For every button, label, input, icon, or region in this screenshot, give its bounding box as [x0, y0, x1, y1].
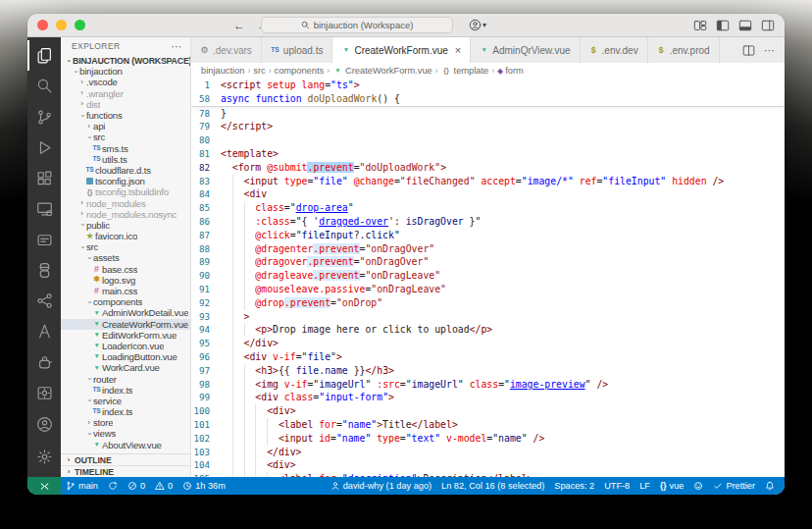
activity-extension-kettle[interactable] — [27, 347, 61, 378]
breadcrumb-binjauction[interactable]: binjauction — [201, 66, 244, 76]
tab-createworkform-vue[interactable]: ▼CreateWorkForm.vue× — [332, 37, 471, 63]
tree-item-public[interactable]: ›public — [61, 220, 190, 231]
back-icon[interactable]: ← — [233, 19, 245, 32]
tree-item-workcard-vue[interactable]: ▼WorkCard.vue — [61, 362, 190, 373]
activity-source-control[interactable] — [27, 102, 61, 132]
code-line-96[interactable]: 96<div v-if="file"> — [191, 350, 785, 364]
toggle-primary-sidebar-icon[interactable] — [716, 19, 730, 32]
tree-item-cloudflare-d-ts[interactable]: TScloudflare.d.ts — [61, 165, 190, 176]
tree-item-views[interactable]: ›views — [61, 428, 190, 439]
activity-extension-a[interactable] — [27, 316, 61, 346]
tab-upload-ts[interactable]: TSupload.ts — [262, 37, 333, 63]
close-window-button[interactable] — [37, 20, 48, 30]
activity-remote-explorer[interactable] — [27, 193, 61, 224]
status-notifications[interactable] — [760, 481, 780, 491]
command-center[interactable]: binjauction (Workspace) — [261, 17, 453, 33]
breadcrumb-form[interactable]: ◈form — [497, 66, 524, 76]
tree-item-store[interactable]: ›store — [61, 417, 190, 428]
activity-explorer[interactable] — [27, 40, 61, 71]
activity-project-manager[interactable] — [27, 286, 61, 316]
tree-item-dist[interactable]: ›dist — [61, 99, 190, 110]
activity-search[interactable] — [27, 71, 61, 101]
status-eol[interactable]: LF — [634, 481, 655, 491]
tree-item-utils-ts[interactable]: TSutils.ts — [61, 154, 190, 165]
tree-item-binjauction-workspace[interactable]: ›BINJAUCTION (WORKSPACE) — [61, 55, 190, 66]
tree-item-src[interactable]: ›src — [61, 241, 190, 252]
status-language-mode[interactable]: {}vue — [655, 481, 688, 491]
code-line-90[interactable]: 90@dragleave.prevent="onDragLeave" — [191, 269, 785, 283]
breadcrumb-src[interactable]: src — [253, 66, 265, 76]
code-line-89[interactable]: 89@dragover.prevent="onDragOver" — [191, 255, 785, 269]
code-line-82[interactable]: 82<form @submit.prevent="doUploadWork"> — [191, 161, 785, 175]
code-line-99[interactable]: 99<div class="input-form"> — [191, 391, 785, 404]
code-line-103[interactable]: 103</div> — [191, 446, 785, 459]
tree-item-tsconfig-tsbuildinfo[interactable]: {}tsconfig.tsbuildinfo — [61, 186, 190, 197]
code-line-80[interactable]: 80 — [191, 133, 785, 147]
status-git-blame[interactable]: david-why (1 day ago) — [326, 481, 436, 491]
code-line-94[interactable]: 94<p>Drop image here or click to upload<… — [191, 323, 785, 337]
code-line-83[interactable]: 83<input type="file" @change="fileChange… — [191, 175, 785, 188]
code-line-93[interactable]: 93> — [191, 310, 785, 324]
code-line-85[interactable]: 85class="drop-area" — [191, 201, 785, 215]
tree-item-loadingbutton-vue[interactable]: ▼LoadingButton.vue — [61, 351, 190, 362]
tree-item-favicon-ico[interactable]: ★favicon.ico — [61, 231, 190, 241]
tree-item-api[interactable]: ›api — [61, 121, 190, 132]
code-line-58[interactable]: 58async function doUploadWork() { — [191, 92, 785, 106]
breadcrumb-template[interactable]: {}template — [441, 66, 489, 76]
status-warnings[interactable]: 0 — [150, 477, 178, 495]
status-errors[interactable]: 0 — [123, 477, 150, 495]
more-actions-icon[interactable]: ⋯ — [172, 40, 182, 53]
tree-item-loadericon-vue[interactable]: ▼LoaderIcon.vue — [61, 341, 190, 351]
tree-item-service[interactable]: ›service — [61, 396, 190, 406]
code-line-91[interactable]: 91@mouseleave.passive="onDragLeave" — [191, 283, 785, 296]
minimize-window-button[interactable] — [56, 20, 67, 30]
tree-item-aboutview-vue[interactable]: ▼AboutView.vue — [61, 440, 190, 450]
activity-settings[interactable] — [27, 441, 61, 473]
activity-extension-box-gear[interactable] — [27, 378, 61, 408]
code-line-100[interactable]: 100<div> — [191, 404, 785, 418]
tree-item-adminworkdetail-vue[interactable]: ▼AdminWorkDetail.vue — [61, 307, 190, 318]
outline-section[interactable]: › OUTLINE — [61, 453, 190, 465]
code-line-104[interactable]: 104<div> — [191, 458, 785, 472]
code-line-105[interactable]: 105<label for="description">Description<… — [191, 472, 785, 477]
tree-item-binjauction[interactable]: ›binjauction — [61, 66, 190, 77]
tree-item-tsconfig-json[interactable]: tsconfig.json — [61, 176, 190, 186]
account-menu[interactable]: ▾ — [469, 19, 486, 31]
tree-item-base-css[interactable]: #base.css — [61, 264, 190, 275]
code-line-102[interactable]: 102<input id="name" type="text" v-model=… — [191, 432, 785, 446]
code-line-81[interactable]: 81<template> — [191, 147, 785, 161]
status-branch[interactable]: main — [61, 477, 103, 495]
activity-extensions[interactable] — [27, 163, 61, 193]
status-encoding[interactable]: UTF-8 — [599, 481, 634, 491]
code-line-92[interactable]: 92@drop.prevent="onDrop" — [191, 296, 785, 310]
more-actions-icon[interactable]: ⋯ — [764, 44, 776, 57]
tree-item-node-modules-nosync[interactable]: ›node_modules.nosync — [61, 209, 190, 220]
status-remote-indicator[interactable] — [27, 477, 61, 495]
activity-python[interactable] — [27, 255, 61, 286]
code-line-79[interactable]: 79</script> — [191, 120, 785, 133]
code-editor[interactable]: 1<script setup lang="ts">58async functio… — [191, 79, 785, 477]
code-line-97[interactable]: 97<h3>{{ file.name }}</h3> — [191, 364, 785, 378]
activity-extension-card[interactable] — [27, 225, 61, 255]
tree-item-assets[interactable]: ›assets — [61, 252, 190, 263]
tree-item-src[interactable]: ›src — [61, 132, 190, 142]
tree-item-editworkform-vue[interactable]: ▼EditWorkForm.vue — [61, 330, 190, 341]
code-line-1[interactable]: 1<script setup lang="ts"> — [191, 79, 785, 92]
close-icon[interactable]: × — [455, 45, 461, 56]
tree-item-main-css[interactable]: #main.css — [61, 286, 190, 296]
tree-item-index-ts[interactable]: TSindex.ts — [61, 385, 190, 396]
status-timer[interactable]: 1h 36m — [178, 477, 230, 495]
status-feedback[interactable] — [688, 481, 708, 491]
tree-item-wrangler[interactable]: ›.wrangler — [61, 88, 190, 99]
tab-env-prod[interactable]: $.env.prod — [648, 37, 720, 63]
tree-item-functions[interactable]: ›functions — [61, 110, 190, 121]
status-indentation[interactable]: Spaces: 2 — [549, 481, 599, 491]
tab-dev-vars[interactable]: ⚙.dev.vars — [191, 37, 262, 63]
tree-item-vscode[interactable]: ›.vscode — [61, 77, 190, 87]
toggle-panel-icon[interactable] — [738, 19, 752, 32]
code-line-87[interactable]: 87@click="fileInput?.click" — [191, 229, 785, 242]
activity-run-and-debug[interactable] — [27, 132, 61, 163]
tree-item-node-modules[interactable]: ›node_modules — [61, 197, 190, 208]
code-line-88[interactable]: 88@dragenter.prevent="onDragOver" — [191, 242, 785, 256]
code-line-86[interactable]: 86:class="{ 'dragged-over': isDragOver }… — [191, 215, 785, 229]
